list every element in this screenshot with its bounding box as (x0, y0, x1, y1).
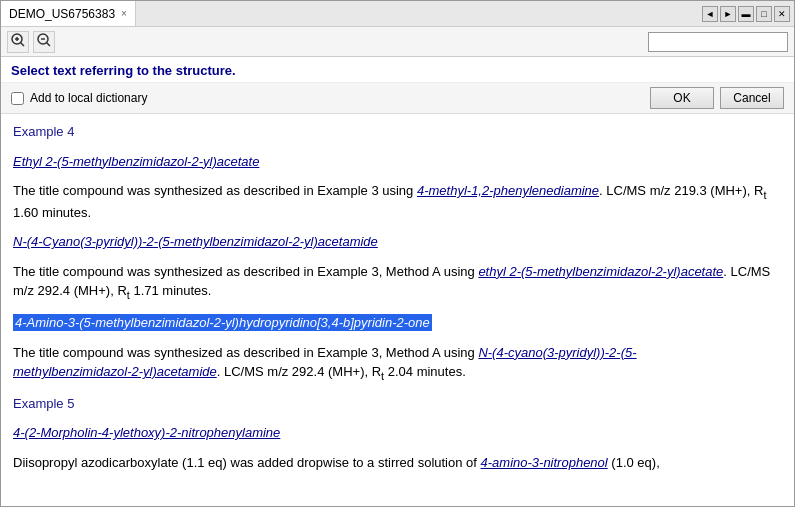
compound-2-link2[interactable]: ethyl 2-(5-methylbenzimidazol-2-yl)aceta… (478, 264, 723, 279)
close-btn[interactable]: ✕ (774, 6, 790, 22)
minimize-btn[interactable]: ▬ (738, 6, 754, 22)
ok-button[interactable]: OK (650, 87, 714, 109)
compound-1-description: The title compound was synthesized as de… (13, 181, 782, 222)
right-arrow-btn[interactable]: ► (720, 6, 736, 22)
compound-3-name-highlight: 4-Amino-3-(5-methylbenzimidazol-2-yl)hyd… (13, 314, 432, 331)
compound-2-name-paragraph: N-(4-Cyano(3-pyridyl))-2-(5-methylbenzim… (13, 232, 782, 252)
tab-label: DEMO_US6756383 (9, 7, 115, 21)
instruction-bar: Select text referring to the structure. (1, 57, 794, 83)
compound-3-description: The title compound was synthesized as de… (13, 343, 782, 384)
compound-1-name: Ethyl 2-(5-methylbenzimidazol-2-yl)aceta… (13, 154, 259, 169)
compound-4-name: 4-(2-Morpholin-4-ylethoxy)-2-nitrophenyl… (13, 425, 280, 440)
compound-3-desc-text2: . LC/MS m/z 292.4 (MH+), R (217, 364, 381, 379)
tab-close-icon[interactable]: × (121, 8, 127, 19)
cancel-button[interactable]: Cancel (720, 87, 784, 109)
add-to-dictionary-checkbox[interactable] (11, 92, 24, 105)
title-bar-controls: ◄ ► ▬ □ ✕ (698, 1, 794, 26)
compound-4-name-paragraph: 4-(2-Morpholin-4-ylethoxy)-2-nitrophenyl… (13, 423, 782, 443)
compound-3-link3b[interactable]: methylbenzimidazol-2-yl)acetamide (13, 364, 217, 379)
compound-1-name-paragraph: Ethyl 2-(5-methylbenzimidazol-2-yl)aceta… (13, 152, 782, 172)
compound-1-desc-text1: The title compound was synthesized as de… (13, 183, 417, 198)
compound-1-link1[interactable]: 4-methyl-1,2-phenylenediamine (417, 183, 599, 198)
svg-line-1 (21, 43, 25, 47)
compound-4-link4[interactable]: 4-amino-3-nitrophenol (481, 455, 608, 470)
zoom-out-button[interactable] (33, 31, 55, 53)
compound-4-desc-text2: (1.0 eq), (608, 455, 660, 470)
compound-2-name: N-(4-Cyano(3-pyridyl))-2-(5-methylbenzim… (13, 234, 378, 249)
compound-2-desc-text3: 1.71 minutes. (130, 283, 212, 298)
search-input[interactable] (648, 32, 788, 52)
instruction-text: Select text referring to the structure. (11, 63, 784, 78)
compound-1-desc-text2: . LC/MS m/z 219.3 (MH+), R (599, 183, 763, 198)
dialog-buttons: OK Cancel (650, 87, 784, 109)
svg-line-5 (47, 43, 51, 47)
document-tab[interactable]: DEMO_US6756383 × (1, 1, 136, 26)
zoom-out-icon (37, 33, 51, 50)
example-5-title: Example 5 (13, 394, 782, 414)
add-to-dictionary-label: Add to local dictionary (30, 91, 147, 105)
compound-1-sub1: t (763, 189, 766, 201)
dict-left: Add to local dictionary (11, 91, 147, 105)
zoom-in-icon (11, 33, 25, 50)
toolbar (1, 27, 794, 57)
compound-3-desc-text1: The title compound was synthesized as de… (13, 345, 478, 360)
compound-3-desc-text3: 2.04 minutes. (384, 364, 466, 379)
section-title-example5: Example 5 (13, 396, 74, 411)
zoom-in-button[interactable] (7, 31, 29, 53)
compound-4-desc-text1: Diisopropyl azodicarboxylate (1.1 eq) wa… (13, 455, 481, 470)
compound-2-desc-text1: The title compound was synthesized as de… (13, 264, 478, 279)
compound-3-link3a[interactable]: N-(4-cyano(3-pyridyl))-2-(5- (478, 345, 636, 360)
restore-btn[interactable]: □ (756, 6, 772, 22)
compound-3-name-paragraph: 4-Amino-3-(5-methylbenzimidazol-2-yl)hyd… (13, 313, 782, 333)
compound-2-description: The title compound was synthesized as de… (13, 262, 782, 303)
main-window: DEMO_US6756383 × ◄ ► ▬ □ ✕ (0, 0, 795, 507)
example-4-title: Example 4 (13, 122, 782, 142)
left-arrow-btn[interactable]: ◄ (702, 6, 718, 22)
title-bar: DEMO_US6756383 × ◄ ► ▬ □ ✕ (1, 1, 794, 27)
document-content: Example 4 Ethyl 2-(5-methylbenzimidazol-… (1, 114, 794, 506)
compound-4-description: Diisopropyl azodicarboxylate (1.1 eq) wa… (13, 453, 782, 473)
section-title-example4: Example 4 (13, 124, 74, 139)
dictionary-row: Add to local dictionary OK Cancel (1, 83, 794, 114)
compound-1-desc-text3: 1.60 minutes. (13, 205, 91, 220)
